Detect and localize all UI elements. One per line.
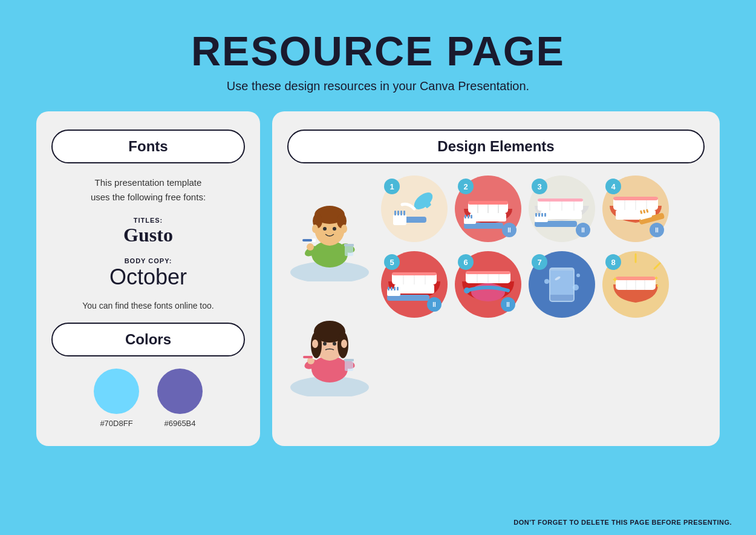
- svg-rect-26: [303, 356, 313, 358]
- svg-text:II: II: [432, 301, 436, 308]
- fonts-footer: You can find these fonts online too.: [51, 301, 245, 310]
- color-swatch-2: #6965B4: [157, 369, 203, 428]
- svg-rect-58: [471, 215, 472, 218]
- steps-row-bottom: 5: [381, 251, 705, 318]
- svg-rect-73: [544, 213, 546, 217]
- svg-point-121: [544, 279, 549, 284]
- svg-point-14: [333, 227, 336, 231]
- svg-point-35: [341, 340, 347, 348]
- svg-rect-40: [393, 214, 406, 225]
- svg-text:✦: ✦: [656, 283, 660, 289]
- fonts-description: This presentation template uses the foll…: [51, 176, 245, 205]
- colors-section-box: Colors: [51, 323, 245, 356]
- svg-rect-36: [345, 360, 353, 371]
- svg-rect-37: [344, 359, 354, 361]
- svg-rect-8: [312, 238, 316, 242]
- color-swatch-1: #70D8FF: [94, 369, 139, 428]
- step-5: 5: [381, 251, 448, 318]
- svg-rect-71: [538, 213, 540, 217]
- titles-font-entry: TITLES: Gusto: [51, 217, 245, 246]
- body-font-name: October: [51, 264, 245, 290]
- svg-point-32: [323, 342, 327, 346]
- svg-rect-100: [391, 287, 393, 290]
- svg-rect-41: [394, 211, 396, 215]
- svg-rect-17: [345, 245, 353, 256]
- svg-rect-42: [397, 211, 399, 215]
- girl-illustration: [287, 290, 372, 396]
- svg-point-16: [341, 225, 347, 233]
- body-label: BODY COPY:: [51, 257, 245, 264]
- svg-rect-102: [397, 287, 399, 290]
- svg-rect-92: [392, 272, 437, 275]
- titles-label: TITLES:: [51, 217, 245, 224]
- titles-font-name: Gusto: [51, 224, 245, 246]
- svg-rect-118: [550, 271, 574, 295]
- svg-rect-44: [403, 211, 405, 215]
- colors-label: Colors: [125, 331, 171, 347]
- svg-rect-49: [468, 201, 508, 205]
- color-swatches: #70D8FF #6965B4: [51, 369, 245, 428]
- step-4: 4: [602, 176, 669, 242]
- boy-illustration: [287, 176, 372, 281]
- svg-rect-56: [464, 215, 466, 218]
- svg-point-122: [576, 274, 580, 277]
- body-font-entry: BODY COPY: October: [51, 257, 245, 290]
- svg-point-112: [464, 287, 470, 294]
- svg-text:✦: ✦: [654, 275, 659, 281]
- svg-point-33: [333, 342, 336, 346]
- svg-rect-18: [344, 244, 354, 246]
- svg-text:II: II: [506, 301, 510, 308]
- design-elements-box: Design Elements: [287, 130, 705, 163]
- fonts-label: Fonts: [128, 138, 168, 154]
- main-content: Fonts This presentation template uses th…: [0, 111, 756, 446]
- page-title: RESOURCE PAGE: [0, 27, 756, 74]
- color-hex-2: #6965B4: [164, 419, 195, 428]
- fonts-section-box: Fonts: [51, 130, 245, 163]
- footer-note: DON'T FORGET TO DELETE THIS PAGE BEFORE …: [513, 519, 732, 526]
- color-hex-1: #70D8FF: [100, 419, 132, 428]
- boy-character: [287, 176, 372, 281]
- step-2: 2: [455, 176, 521, 242]
- color-circle-2: [157, 369, 203, 414]
- design-elements-label: Design Elements: [437, 138, 554, 154]
- svg-text:II: II: [655, 227, 659, 234]
- svg-rect-43: [400, 211, 402, 215]
- step-8: 8: [602, 251, 669, 318]
- svg-rect-107: [466, 271, 510, 274]
- page-header: RESOURCE PAGE Use these design resources…: [0, 0, 756, 105]
- svg-text:✦: ✦: [611, 275, 619, 284]
- steps-row-top: 1: [381, 176, 705, 242]
- svg-rect-63: [538, 199, 583, 202]
- svg-rect-99: [388, 287, 389, 290]
- step-3: 3: [529, 176, 595, 242]
- svg-point-34: [312, 340, 318, 348]
- svg-rect-70: [535, 213, 537, 217]
- colors-section: Colors #70D8FF #6965B4: [51, 323, 245, 428]
- color-circle-1: [94, 369, 139, 414]
- right-panel: Design Elements: [272, 111, 720, 446]
- svg-rect-129: [616, 277, 656, 280]
- svg-rect-7: [302, 239, 312, 241]
- page-subtitle: Use these design resources in your Canva…: [0, 79, 756, 93]
- step-7: 7: [529, 251, 595, 318]
- svg-rect-78: [613, 197, 658, 200]
- svg-point-15: [312, 225, 318, 233]
- svg-point-6: [307, 243, 314, 251]
- design-elements-grid: 1: [287, 176, 705, 396]
- step-1: 1: [381, 176, 448, 242]
- left-panel: Fonts This presentation template uses th…: [36, 111, 260, 446]
- svg-text:II: II: [581, 227, 585, 234]
- svg-point-123: [573, 284, 579, 290]
- svg-rect-72: [541, 213, 543, 217]
- steps-column: 1: [381, 176, 705, 396]
- svg-text:II: II: [507, 227, 511, 234]
- girl-character: [287, 290, 372, 396]
- svg-rect-57: [468, 215, 469, 218]
- svg-rect-101: [394, 287, 396, 290]
- character-column: [287, 176, 372, 396]
- step-6: 6: [455, 251, 521, 318]
- svg-point-13: [323, 227, 327, 231]
